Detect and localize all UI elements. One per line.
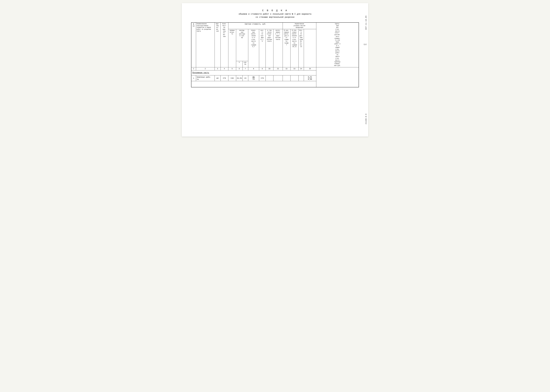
- col-header-qty: Коли-чест-воеди-нициз-ме-ния: [220, 22, 228, 67]
- col-header-direct: прямыезатра-ты: [228, 29, 236, 67]
- row1-all: [298, 75, 304, 81]
- col-num-13: I3: [290, 67, 298, 70]
- column-number-row: I 2 3 4 5 6 7 8 9 IO II I2 I3 I4 I5: [191, 67, 359, 70]
- subtitle-line1: объемов и стоимости работ к локальной см…: [191, 13, 359, 16]
- title-section: С В О Д К А объемов и стоимости работ к …: [191, 9, 359, 19]
- row1-direct: I40: [228, 75, 236, 81]
- header-row-main: №пп Наименование конструктивных элементо…: [191, 22, 359, 29]
- col-header-expl: экспл.машинв т.ч.зара-ботнаяплата: [273, 29, 283, 67]
- col-num-7: 7: [243, 67, 248, 70]
- subtitle-line2: со стенами вертикальной разрезки: [191, 16, 359, 19]
- col-header-plan: В пла-новыхнакоп-лениях% отстои-мостипог…: [290, 29, 298, 67]
- row1-overhead-pct: I6,5%: [236, 75, 243, 81]
- row1-name: Земляные рабо-ты: [196, 75, 215, 81]
- col-header-name: Наименование конструктивных элементов и …: [196, 22, 215, 67]
- col-header-nack: В нак-ладныхрасхо-дах,%отсуммыпографе7: [283, 29, 290, 67]
- row1-plan: [290, 75, 298, 81]
- col-header-basic: в том числеоснов-наязара-ботнаяплата: [266, 29, 273, 67]
- col-num-10: IO: [266, 67, 273, 70]
- row1-num: 1: [191, 75, 196, 81]
- col-header-unit: Еди-нициз-ме-ния: [215, 22, 220, 67]
- row1-nack: [283, 75, 290, 81]
- col-header-overhead: наклад-ныерасходы% сум-ма: [236, 29, 248, 61]
- section-label: Подземная часть: [191, 70, 316, 75]
- col-num-11: II: [273, 67, 283, 70]
- col-header-normative: Нормативнаяусловно-чистаяпродукция: [283, 22, 316, 29]
- col-num-6: 6: [236, 67, 243, 70]
- row1-expl: [273, 75, 283, 81]
- main-table: №пп Наименование конструктивных элементо…: [191, 22, 359, 87]
- col-num-5: 5: [228, 67, 236, 70]
- table-row: 1 Земляные рабо-ты м3 I79 I40 I6,5% 23 8…: [191, 75, 359, 81]
- side-text-top: 807-11-18.85: [365, 15, 367, 30]
- col-num-9: 9: [259, 67, 266, 70]
- side-text-bottom: 21108-0-9: [365, 114, 367, 124]
- col-header-overhead-pct: %: [236, 61, 243, 67]
- col-header-total: все-гопогра-фам5,7,8: [259, 29, 266, 67]
- row1-qty: I79: [220, 75, 228, 81]
- row1-unit: м3: [215, 75, 220, 81]
- side-char: (у): [363, 43, 367, 45]
- empty-row: [191, 81, 359, 87]
- col-header-planned: плано-выенакоп-ления% отстои-мостипограф…: [248, 29, 259, 67]
- row1-unit-weight: 0,5I 0,98: [304, 75, 316, 81]
- col-num-2: 2: [196, 67, 215, 70]
- row1-total: I76: [259, 75, 266, 81]
- col-num-14: I4: [298, 67, 304, 70]
- col-num-1: I: [191, 67, 196, 70]
- main-title: С В О Д К А: [191, 9, 359, 12]
- col-num-15: I5: [304, 67, 316, 70]
- col-num-12: I2: [283, 67, 290, 70]
- row1-basic: [266, 75, 273, 81]
- row1-overhead-sum: 23: [243, 75, 248, 81]
- col-header-smetnaya: Сметная стоимость, руб.: [228, 22, 283, 29]
- col-header-all: Все-гоподан-нымграф10,11,12,13: [298, 29, 304, 67]
- col-num-8: 8: [248, 67, 259, 70]
- row1-planned: 8% I3: [248, 75, 259, 81]
- col-num-3: 3: [215, 67, 220, 70]
- col-header-unit-weight: Удель-ныйвесстои-мостиконст-руктив-ногоэ…: [316, 22, 359, 67]
- col-header-num: №пп: [191, 22, 196, 67]
- col-num-4: 4: [220, 67, 228, 70]
- section-row: Подземная часть: [191, 70, 359, 75]
- col-header-overhead-sum: сум-ма: [243, 61, 248, 67]
- page: 807-11-18.85 (у) 21108-0-9 С В О Д К А о…: [182, 3, 368, 137]
